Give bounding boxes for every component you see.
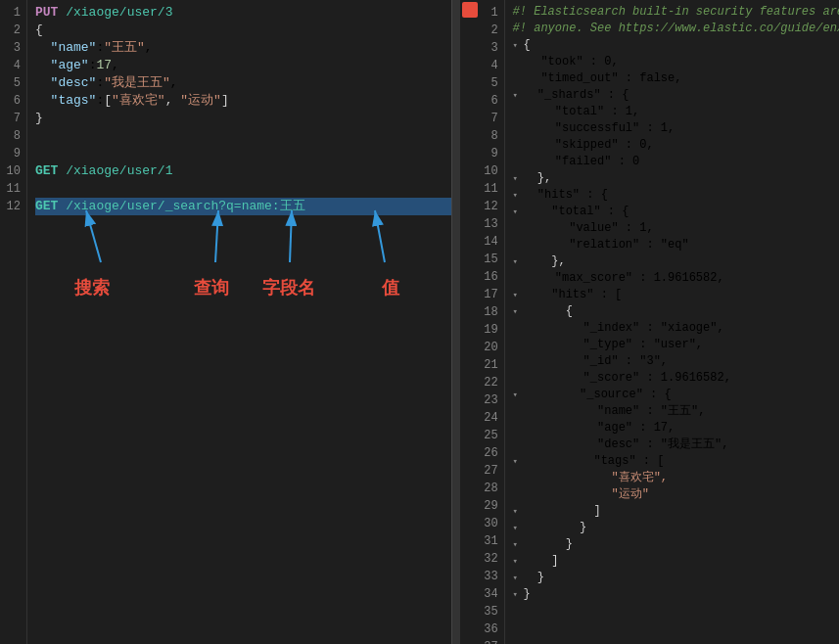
right-code-line-5: "timed_out" : false, [513, 70, 839, 87]
right-line-num-35: 35 [482, 603, 498, 621]
right-line-num-9: 9 [482, 145, 498, 162]
right-code-line-21: "_type" : "user", [513, 337, 839, 353]
right-code-line-22: "_id" : "3", [513, 353, 839, 370]
left-line-num-5: 5 [4, 74, 21, 92]
svg-line-3 [290, 210, 292, 262]
left-code-line-10: GET /xiaoge/user/1 [35, 162, 451, 180]
left-code-line-2: { [35, 22, 451, 39]
right-code-line-8: "successful" : 1, [513, 120, 839, 137]
right-line-num-22: 22 [482, 374, 498, 391]
svg-line-2 [215, 210, 218, 262]
left-line-num-12: 12 [4, 198, 21, 215]
svg-text:查询: 查询 [193, 278, 229, 298]
left-code-line-6: "tags":["喜欢宅", "运动"] [35, 92, 451, 110]
right-line-num-6: 6 [482, 92, 498, 110]
right-code-line-27: "desc" : "我是王五", [513, 437, 839, 453]
right-line-num-19: 19 [482, 321, 498, 339]
right-code-line-32: ▾ } [513, 520, 839, 536]
pane-divider[interactable] [452, 0, 460, 644]
right-line-num-13: 13 [482, 215, 498, 233]
right-line-num-36: 36 [482, 621, 498, 638]
right-line-num-24: 24 [482, 409, 498, 427]
right-line-num-14: 14 [482, 233, 498, 251]
left-line-num-2: 2 [4, 22, 21, 39]
left-code-line-11 [35, 180, 451, 198]
right-line-num-12: 12 [482, 198, 498, 215]
right-code-line-29: "喜欢宅", [513, 470, 839, 486]
right-code-line-15: "relation" : "eq" [513, 237, 839, 253]
right-code-line-4: "took" : 0, [513, 54, 839, 70]
right-code-line-30: "运动" [513, 486, 839, 503]
right-line-num-11: 11 [482, 180, 498, 198]
right-code-line-37 [513, 603, 839, 620]
right-line-num-34: 34 [482, 585, 498, 603]
left-line-num-4: 4 [4, 57, 21, 74]
right-code-line-13: ▾ "total" : { [513, 204, 839, 220]
right-line-num-21: 21 [482, 356, 498, 374]
left-line-num-8: 8 [4, 127, 21, 145]
right-line-num-1: 1 [482, 4, 498, 22]
right-code-content[interactable]: #! Elasticsearch built-in security featu… [505, 0, 839, 644]
svg-text:值: 值 [381, 278, 400, 298]
right-line-num-25: 25 [482, 427, 498, 444]
left-code-line-5: "desc":"我是王五", [35, 74, 451, 92]
left-code-line-9 [35, 145, 451, 162]
right-line-num-23: 23 [482, 391, 498, 409]
left-editor-pane: 123456789101112 搜索 [0, 0, 452, 644]
right-code-line-6: ▾ "_shards" : { [513, 87, 839, 104]
right-code-line-10: "failed" : 0 [513, 154, 839, 170]
left-line-num-11: 11 [4, 180, 21, 198]
left-code-line-12: GET /xiaoge/user/_search?q=name:王五 [35, 198, 451, 215]
right-line-num-3: 3 [482, 39, 498, 57]
right-code-line-12: ▾ "hits" : { [513, 187, 839, 204]
left-line-numbers: 123456789101112 [0, 0, 27, 644]
right-line-num-37: 37 [482, 638, 498, 644]
right-code-line-11: ▾ }, [513, 170, 839, 187]
left-line-num-10: 10 [4, 162, 21, 180]
right-code-line-20: "_index" : "xiaoge", [513, 320, 839, 337]
right-code-line-19: ▾ { [513, 303, 839, 320]
left-code-line-1: PUT /xiaoge/user/3 [35, 4, 451, 22]
left-code-content[interactable]: 搜索 查询 字段名 值 PUT /xiaoge/user/3{ "name":"… [27, 0, 451, 644]
right-line-num-30: 30 [482, 515, 498, 532]
left-line-num-6: 6 [4, 92, 21, 110]
right-line-num-27: 27 [482, 462, 498, 480]
right-code-line-17: "max_score" : 1.9616582, [513, 270, 839, 287]
right-line-numbers: 1234567891011121314151617181920212223242… [478, 0, 505, 644]
right-code-line-14: "value" : 1, [513, 220, 839, 237]
right-line-num-32: 32 [482, 550, 498, 568]
left-code-line-3: "name":"王五", [35, 39, 451, 57]
right-code-line-33: ▾ } [513, 536, 839, 553]
right-line-num-2: 2 [482, 22, 498, 39]
right-code-line-36: ▾ } [513, 586, 839, 603]
right-code-line-18: ▾ "hits" : [ [513, 287, 839, 303]
right-line-num-20: 20 [482, 339, 498, 356]
right-line-num-18: 18 [482, 303, 498, 321]
right-code-line-31: ▾ ] [513, 503, 839, 520]
right-code-line-7: "total" : 1, [513, 104, 839, 120]
left-code-line-8 [35, 127, 451, 145]
svg-text:字段名: 字段名 [262, 277, 315, 298]
right-code-line-25: "name" : "王五", [513, 403, 839, 420]
left-line-num-9: 9 [4, 145, 21, 162]
right-code-line-3: ▾ { [513, 37, 839, 54]
right-line-num-4: 4 [482, 57, 498, 74]
error-badge [462, 2, 478, 18]
right-code-line-26: "age" : 17, [513, 420, 839, 437]
right-code-line-9: "skipped" : 0, [513, 137, 839, 154]
right-line-num-7: 7 [482, 110, 498, 127]
right-line-num-5: 5 [482, 74, 498, 92]
right-line-num-28: 28 [482, 480, 498, 497]
right-code-line-28: ▾ "tags" : [ [513, 453, 839, 470]
right-line-num-8: 8 [482, 127, 498, 145]
right-line-num-26: 26 [482, 444, 498, 462]
left-line-num-1: 1 [4, 4, 21, 22]
right-line-num-17: 17 [482, 286, 498, 303]
right-line-num-15: 15 [482, 251, 498, 268]
right-code-line-1: #! Elasticsearch built-in security featu… [513, 4, 839, 21]
right-code-line-24: ▾ "_source" : { [513, 387, 839, 403]
left-line-num-7: 7 [4, 110, 21, 127]
right-line-num-10: 10 [482, 162, 498, 180]
right-line-num-33: 33 [482, 568, 498, 585]
right-line-num-29: 29 [482, 497, 498, 515]
